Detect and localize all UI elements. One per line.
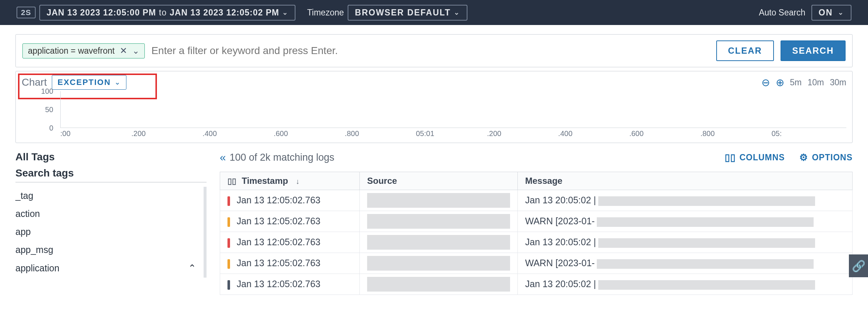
x-tick: .800 — [345, 129, 416, 139]
tag-item-_tag[interactable]: _tag — [15, 187, 196, 205]
options-label: OPTIONS — [812, 153, 853, 163]
header-source[interactable]: Source — [360, 172, 518, 190]
range-10m[interactable]: 10m — [808, 78, 824, 88]
table-row[interactable]: Jan 13 12:05:02.763WARN [2023-01- — [220, 253, 853, 274]
chart-range-presets: 5m 10m 30m — [790, 78, 846, 88]
redacted-message — [598, 196, 815, 206]
redacted-source — [367, 256, 510, 271]
range-5m[interactable]: 5m — [790, 78, 802, 88]
redacted-source — [367, 277, 510, 292]
lower-area: All Tags Search tags _tagactionappapp_ms… — [15, 151, 853, 295]
tag-item-action[interactable]: action — [15, 205, 196, 223]
columns-icon: ▯▯ — [725, 152, 736, 163]
severity-orange-icon — [227, 259, 230, 269]
columns-label: COLUMNS — [739, 153, 785, 163]
share-link-button[interactable]: 🔗 — [849, 254, 868, 277]
chart-type-value: EXCEPTION — [57, 78, 111, 87]
y-axis: 100 50 0 — [22, 91, 55, 128]
zoom-out-icon[interactable]: ⊖ — [761, 76, 770, 89]
table-row[interactable]: Jan 13 12:05:02.763Jan 13 20:05:02 | — [220, 190, 853, 211]
chevron-down-icon: ⌄ — [282, 8, 288, 17]
x-tick: 05:01 — [416, 129, 487, 139]
header-timestamp-label: Timestamp — [242, 176, 288, 186]
search-button[interactable]: SEARCH — [781, 40, 846, 61]
y-tick: 50 — [45, 106, 53, 114]
severity-red-icon — [227, 196, 230, 206]
filter-bar: application = wavefront ✕ ⌄ CLEAR SEARCH — [15, 34, 853, 67]
y-tick: 100 — [41, 87, 53, 96]
chart-type-dropdown[interactable]: EXCEPTION ⌄ — [52, 75, 126, 90]
x-tick: .400 — [202, 129, 274, 139]
header-message[interactable]: Message — [518, 172, 853, 190]
x-tick: .600 — [629, 129, 700, 139]
tag-item-application[interactable]: application⌃ — [15, 259, 196, 278]
redacted-message — [598, 280, 815, 290]
table-row[interactable]: Jan 13 12:05:02.763Jan 13 20:05:02 | — [220, 232, 853, 253]
table-row[interactable]: Jan 13 12:05:02.763Jan 13 20:05:02 | — [220, 274, 853, 295]
collapse-icon[interactable]: « — [220, 151, 224, 164]
x-tick: :00 — [60, 129, 132, 139]
range-end: JAN 13 2023 12:05:02 PM — [170, 8, 279, 18]
x-tick: .400 — [558, 129, 630, 139]
range-30m[interactable]: 30m — [830, 78, 846, 88]
severity-orange-icon — [227, 217, 230, 227]
chart-panel: Chart EXCEPTION ⌄ ⊖ ⊕ 5m 10m 30m 100 50 … — [15, 71, 853, 143]
auto-search-label: Auto Search — [759, 8, 806, 18]
sort-down-icon: ↓ — [296, 177, 300, 185]
columns-button[interactable]: ▯▯ COLUMNS — [725, 152, 785, 163]
header-timestamp[interactable]: ▯▯ Timestamp ↓ — [220, 172, 360, 190]
auto-search-toggle[interactable]: ON ⌄ — [811, 5, 852, 21]
filter-input[interactable] — [151, 45, 710, 57]
x-tick: 05: — [771, 129, 843, 139]
redacted-message — [597, 217, 814, 227]
auto-search-value: ON — [819, 8, 833, 18]
clear-button[interactable]: CLEAR — [716, 40, 774, 61]
x-tick: .200 — [487, 129, 558, 139]
results-panel: « 100 of 2k matching logs ▯▯ COLUMNS ⚙ O… — [220, 151, 853, 295]
gear-icon: ⚙ — [799, 152, 808, 163]
chevron-down-icon: ⌄ — [115, 78, 121, 86]
severity-red-icon — [227, 238, 230, 248]
search-tags-label: Search tags — [15, 167, 207, 179]
x-tick: .200 — [132, 129, 203, 139]
x-tick: .800 — [700, 129, 772, 139]
timezone-value: BROWSER DEFAULT — [355, 8, 451, 18]
x-axis: :00.200.400.600.80005:01.200.400.600.800… — [60, 129, 843, 139]
tag-item-app[interactable]: app — [15, 223, 196, 241]
filter-chip-application[interactable]: application = wavefront ✕ ⌄ — [22, 43, 145, 58]
tag-list: _tagactionappapp_msgapplication⌃ — [15, 187, 207, 278]
table-row[interactable]: Jan 13 12:05:02.763WARN [2023-01- — [220, 211, 853, 232]
tag-item-app_msg[interactable]: app_msg — [15, 241, 196, 259]
chart-body[interactable]: 100 50 0 :00.200.400.600.80005:01.200.40… — [22, 91, 846, 139]
options-button[interactable]: ⚙ OPTIONS — [799, 152, 853, 163]
redacted-source — [367, 193, 510, 208]
redacted-message — [598, 238, 815, 248]
chevron-up-icon: ⌃ — [188, 263, 196, 274]
chevron-down-icon: ⌄ — [454, 8, 460, 17]
close-icon[interactable]: ✕ — [120, 46, 127, 55]
redacted-source — [367, 235, 510, 250]
chart-title: Chart — [22, 76, 47, 88]
range-to: to — [159, 8, 167, 18]
result-count: 100 of 2k matching logs — [230, 152, 334, 163]
all-tags-heading: All Tags — [15, 151, 207, 163]
column-icon: ▯▯ — [227, 176, 236, 186]
topbar: 2S JAN 13 2023 12:05:00 PM to JAN 13 202… — [0, 0, 868, 25]
x-tick: .600 — [274, 129, 345, 139]
range-start: JAN 13 2023 12:05:00 PM — [47, 8, 156, 18]
redacted-source — [367, 214, 510, 229]
severity-grey-icon — [227, 280, 230, 290]
filter-chip-text: application = wavefront — [28, 46, 115, 56]
time-range-selector[interactable]: JAN 13 2023 12:05:00 PM to JAN 13 2023 1… — [39, 5, 295, 21]
redacted-message — [597, 259, 814, 269]
tags-panel: All Tags Search tags _tagactionappapp_ms… — [15, 151, 207, 295]
duration-badge[interactable]: 2S — [17, 7, 36, 18]
chart-plot[interactable] — [60, 91, 846, 128]
timezone-select[interactable]: BROWSER DEFAULT ⌄ — [348, 5, 467, 21]
chevron-down-icon[interactable]: ⌄ — [132, 46, 139, 56]
search-tags-input[interactable] — [15, 182, 207, 182]
timezone-label: Timezone — [307, 8, 344, 18]
chevron-down-icon: ⌄ — [838, 8, 844, 17]
zoom-in-icon[interactable]: ⊕ — [776, 76, 784, 89]
logs-table: ▯▯ Timestamp ↓ Source Message Jan 13 12:… — [220, 172, 853, 295]
